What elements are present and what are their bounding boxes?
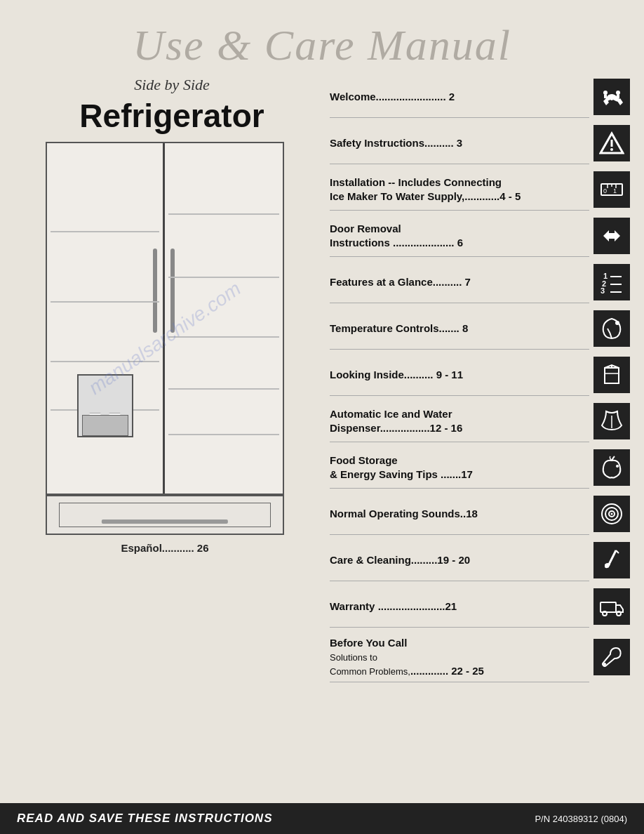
toc-care: Care & Cleaning.........19 - 20 bbox=[330, 539, 630, 581]
svg-point-32 bbox=[603, 663, 606, 666]
toc-sounds: Normal Operating Sounds..18 bbox=[330, 493, 630, 535]
toc-looking-inside-text: Looking Inside.......... 9 - 11 bbox=[330, 354, 589, 396]
toc-safety-label: Safety Instructions.......... 3 bbox=[330, 136, 462, 150]
toc-food-storage-label: Food Storage& Energy Saving Tips .......… bbox=[330, 454, 473, 481]
footer: READ AND SAVE THESE INSTRUCTIONS P/N 240… bbox=[0, 803, 644, 834]
toc-door-removal: Door RemovalInstructions ...............… bbox=[330, 215, 630, 257]
door-shelf-1 bbox=[51, 231, 159, 232]
fridge-bottom bbox=[47, 495, 283, 534]
toc-sounds-text: Normal Operating Sounds..18 bbox=[330, 493, 589, 535]
toc-care-text: Care & Cleaning.........19 - 20 bbox=[330, 539, 589, 581]
toc-ice-water-label: Automatic Ice and WaterDispenser........… bbox=[330, 407, 462, 435]
sound-icon bbox=[593, 496, 630, 532]
warning-icon bbox=[593, 125, 630, 161]
toc-ice-water: Automatic Ice and WaterDispenser........… bbox=[330, 400, 630, 442]
toc-door-removal-label: Door RemovalInstructions ...............… bbox=[330, 222, 463, 249]
drawer-handle bbox=[102, 519, 228, 524]
leaf-icon bbox=[593, 310, 630, 347]
right-shelf-2 bbox=[168, 277, 279, 278]
svg-point-4 bbox=[610, 148, 613, 151]
toc-warranty-label: Warranty .......................21 bbox=[330, 600, 457, 614]
toc-food-storage: Food Storage& Energy Saving Tips .......… bbox=[330, 446, 630, 489]
toc-panel: Welcome........................ 2 bbox=[330, 76, 630, 687]
numbers-icon: 1 2 3 bbox=[593, 264, 630, 300]
toc-temperature-label: Temperature Controls....... 8 bbox=[330, 322, 468, 336]
door-shelf-2 bbox=[51, 301, 159, 303]
toc-welcome-label: Welcome........................ 2 bbox=[330, 90, 455, 104]
toc-installation: Installation -- Includes ConnectingIce M… bbox=[330, 168, 630, 211]
main-title: Use & Care Manual bbox=[42, 21, 602, 69]
toc-before-call: Before You CallSolutions toCommon Proble… bbox=[330, 632, 630, 682]
toc-features-text: Features at a Glance.......... 7 bbox=[330, 261, 589, 303]
toc-warranty: Warranty .......................21 bbox=[330, 585, 630, 628]
ruler-icon: 0 1 bbox=[593, 171, 630, 208]
title-area: Use & Care Manual bbox=[0, 0, 644, 76]
footer-part-number: P/N 240389312 (0804) bbox=[535, 814, 627, 824]
ice-icon bbox=[593, 403, 630, 439]
handle-right bbox=[170, 249, 175, 333]
espanol-line: Español........... 26 bbox=[14, 542, 316, 554]
toc-looking-inside-label: Looking Inside.......... 9 - 11 bbox=[330, 368, 463, 382]
footer-instruction: READ AND SAVE THESE INSTRUCTIONS bbox=[17, 812, 272, 826]
svg-text:0: 0 bbox=[603, 187, 607, 194]
dispenser-recess bbox=[82, 415, 128, 436]
truck-icon bbox=[593, 588, 630, 625]
svg-point-30 bbox=[603, 611, 607, 616]
toc-care-label: Care & Cleaning.........19 - 20 bbox=[330, 553, 470, 567]
right-shelf-1 bbox=[168, 213, 279, 215]
svg-point-22 bbox=[616, 465, 619, 468]
apple-icon bbox=[593, 449, 630, 486]
toc-installation-label: Installation -- Includes ConnectingIce M… bbox=[330, 176, 521, 203]
svg-point-31 bbox=[617, 611, 621, 616]
svg-line-28 bbox=[616, 550, 619, 553]
toc-features-label: Features at a Glance.......... 7 bbox=[330, 275, 471, 289]
toc-sounds-label: Normal Operating Sounds..18 bbox=[330, 507, 478, 521]
left-panel: Side by Side Refrigerator manualsarchive… bbox=[14, 76, 316, 687]
toc-warranty-text: Warranty .......................21 bbox=[330, 585, 589, 628]
dispenser bbox=[77, 374, 133, 437]
toc-before-call-text: Before You CallSolutions toCommon Proble… bbox=[330, 632, 589, 682]
toc-installation-text: Installation -- Includes ConnectingIce M… bbox=[330, 168, 589, 211]
toc-ice-water-text: Automatic Ice and WaterDispenser........… bbox=[330, 400, 589, 442]
svg-text:3: 3 bbox=[601, 286, 605, 295]
subtitle-block: Side by Side Refrigerator bbox=[14, 76, 316, 135]
wrench-icon bbox=[593, 639, 630, 675]
arrows-icon bbox=[593, 218, 630, 254]
toc-before-call-label: Before You CallSolutions toCommon Proble… bbox=[330, 636, 484, 677]
product-name: Refrigerator bbox=[28, 97, 316, 135]
toc-welcome-text: Welcome........................ 2 bbox=[330, 76, 589, 118]
toc-safety-text: Safety Instructions.......... 3 bbox=[330, 122, 589, 164]
svg-marker-11 bbox=[603, 230, 620, 241]
right-shelf-5 bbox=[168, 434, 279, 435]
toc-temperature-text: Temperature Controls....... 8 bbox=[330, 307, 589, 350]
toc-food-storage-text: Food Storage& Energy Saving Tips .......… bbox=[330, 446, 589, 489]
fridge-right-door bbox=[165, 143, 283, 494]
svg-text:1: 1 bbox=[613, 187, 617, 194]
side-by-side-label: Side by Side bbox=[28, 76, 316, 94]
toc-features: Features at a Glance.......... 7 1 2 3 bbox=[330, 261, 630, 303]
door-shelf-3 bbox=[51, 361, 159, 362]
toc-temperature: Temperature Controls....... 8 bbox=[330, 307, 630, 350]
broom-icon bbox=[593, 542, 630, 578]
svg-rect-3 bbox=[611, 140, 613, 147]
fridge-top bbox=[47, 143, 283, 495]
box-icon bbox=[593, 357, 630, 393]
right-shelf-4 bbox=[168, 388, 279, 390]
fridge-illustration: manualsarchive.com bbox=[46, 142, 284, 535]
handle-left bbox=[153, 249, 157, 333]
toc-door-removal-text: Door RemovalInstructions ...............… bbox=[330, 215, 589, 257]
fridge-left-door bbox=[47, 143, 165, 494]
handshake-icon bbox=[593, 79, 630, 115]
toc-looking-inside: Looking Inside.......... 9 - 11 bbox=[330, 354, 630, 396]
svg-rect-29 bbox=[601, 602, 616, 612]
toc-welcome: Welcome........................ 2 bbox=[330, 76, 630, 118]
right-shelf-3 bbox=[168, 336, 279, 338]
drawer bbox=[59, 503, 271, 527]
svg-point-26 bbox=[611, 513, 613, 515]
svg-point-18 bbox=[615, 321, 619, 325]
page: Use & Care Manual Side by Side Refrigera… bbox=[0, 0, 644, 834]
toc-safety: Safety Instructions.......... 3 bbox=[330, 122, 630, 164]
content-area: Side by Side Refrigerator manualsarchive… bbox=[0, 76, 644, 687]
